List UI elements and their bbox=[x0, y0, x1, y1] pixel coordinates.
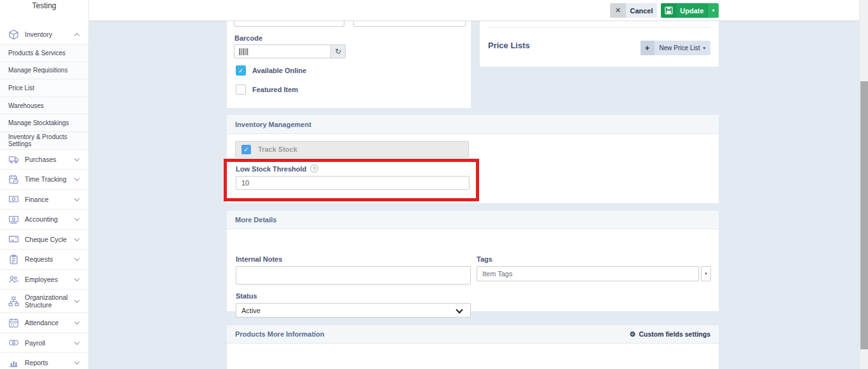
more-details-title: More Details bbox=[235, 216, 276, 224]
price-lists-card: Price Lists + New Price List▾ bbox=[480, 21, 719, 67]
barcode-icon bbox=[239, 48, 248, 55]
status-label: Status bbox=[236, 292, 257, 300]
help-icon[interactable]: ? bbox=[310, 164, 318, 173]
banknote-icon bbox=[8, 194, 19, 205]
save-icon bbox=[661, 3, 677, 18]
featured-item-label: Featured Item bbox=[252, 86, 298, 93]
chevron-down-icon bbox=[456, 306, 463, 313]
new-price-list-button[interactable]: + New Price List▾ bbox=[641, 41, 710, 55]
inventory-management-title: Inventory Management bbox=[235, 121, 311, 128]
chevron-down-icon bbox=[74, 359, 79, 365]
internal-notes-input[interactable] bbox=[236, 266, 471, 285]
barcode-label: Barcode bbox=[234, 34, 262, 42]
chevron-down-icon bbox=[74, 216, 79, 221]
sidebar-item-inventory[interactable]: Inventory bbox=[0, 25, 88, 44]
close-icon: ✕ bbox=[610, 3, 626, 18]
check-icon: ✓ bbox=[238, 67, 243, 74]
available-online-checkbox-row[interactable]: ✓ Available Online bbox=[236, 65, 306, 76]
available-online-checkbox[interactable]: ✓ bbox=[236, 65, 246, 76]
package-icon bbox=[8, 29, 19, 40]
barcode-refresh-button[interactable]: ↻ bbox=[331, 44, 346, 58]
clipboard-icon bbox=[8, 254, 19, 265]
internal-notes-label: Internal Notes bbox=[236, 255, 282, 263]
chevron-down-icon bbox=[74, 156, 79, 161]
org-chart-icon bbox=[8, 296, 19, 307]
chevron-down-icon bbox=[74, 256, 79, 261]
plus-icon: + bbox=[641, 41, 654, 55]
custom-fields-settings-button[interactable]: ⚙ Custom fields settings bbox=[630, 330, 710, 339]
payroll-icon bbox=[8, 337, 19, 348]
sidebar-subitem-inventory-products-settings[interactable]: Inventory & Products Settings bbox=[0, 131, 88, 149]
scrollbar-thumb[interactable] bbox=[860, 81, 868, 349]
calendar-icon bbox=[8, 318, 19, 328]
cash-frame-icon bbox=[8, 214, 19, 225]
tags-dropdown-button[interactable]: ▾ bbox=[701, 266, 711, 281]
status-select[interactable]: Active bbox=[236, 303, 471, 318]
sidebar-item-purchases[interactable]: Purchases bbox=[0, 149, 88, 170]
products-more-information-section: Products More Information ⚙ Custom field… bbox=[227, 325, 719, 369]
scrollbar-track bbox=[859, 0, 868, 369]
custom-fields-settings-label: Custom fields settings bbox=[639, 330, 710, 338]
products-more-information-title: Products More Information bbox=[235, 330, 325, 338]
tags-label: Tags bbox=[477, 255, 492, 263]
low-stock-threshold-label: Low Stock Threshold bbox=[236, 165, 306, 173]
track-stock-checkbox[interactable]: ✓ bbox=[241, 145, 251, 154]
chevron-down-icon bbox=[74, 276, 79, 281]
tags-input[interactable] bbox=[477, 266, 699, 281]
update-label: Update bbox=[677, 3, 707, 18]
cancel-label: Cancel bbox=[626, 3, 657, 18]
sidebar-item-reports[interactable]: Reports bbox=[0, 352, 88, 369]
sidebar-item-finance[interactable]: Finance bbox=[0, 189, 88, 210]
more-details-section: More Details Internal Notes Tags ▾ Statu… bbox=[227, 211, 719, 311]
inventory-management-section: Inventory Management ✓ Track Stock Low S… bbox=[227, 115, 719, 203]
truck-icon bbox=[8, 154, 19, 164]
featured-item-checkbox-row[interactable]: Featured Item bbox=[236, 84, 298, 95]
gear-icon: ⚙ bbox=[630, 330, 636, 339]
chevron-down-icon bbox=[74, 339, 79, 344]
sidebar-item-requests[interactable]: Requests bbox=[0, 249, 88, 269]
low-stock-threshold-input[interactable] bbox=[236, 176, 470, 190]
sidebar-item-employees[interactable]: Employees bbox=[0, 269, 88, 290]
new-price-list-label: New Price List bbox=[660, 44, 700, 51]
available-online-label: Available Online bbox=[252, 67, 306, 74]
sidebar-subitem-price-list[interactable]: Price List bbox=[0, 79, 88, 97]
divider bbox=[488, 27, 710, 28]
people-icon bbox=[8, 274, 19, 285]
sidebar-item-attendance[interactable]: Attendance bbox=[0, 312, 88, 333]
check-icon: ✓ bbox=[243, 146, 248, 153]
status-value: Active bbox=[241, 307, 261, 314]
update-dropdown-caret[interactable]: ▾ bbox=[707, 3, 719, 18]
sidebar-subitem-products-services[interactable]: Products & Services bbox=[0, 44, 88, 62]
sidebar-item-time-tracking[interactable]: Time Tracking bbox=[0, 169, 88, 189]
sidebar-subitem-manage-stocktakings[interactable]: Manage Stocktakings bbox=[0, 114, 88, 131]
sidebar-item-cheque-cycle[interactable]: Cheque Cycle bbox=[0, 229, 88, 250]
sidebar: Testing InventoryProducts & ServicesMana… bbox=[0, 0, 89, 369]
calendar-clock-icon bbox=[8, 174, 19, 185]
basic-info-card: Barcode ↻ ✓ Available Online Featured It… bbox=[227, 21, 471, 108]
sidebar-subitem-manage-requisitions[interactable]: Manage Requisitions bbox=[0, 62, 88, 79]
featured-item-checkbox[interactable] bbox=[236, 84, 246, 95]
cheque-icon bbox=[8, 234, 19, 245]
sidebar-item-organizational-structure[interactable]: Organizational Structure bbox=[0, 289, 88, 312]
update-button[interactable]: Update ▾ bbox=[661, 3, 719, 18]
sidebar-subitem-warehouses[interactable]: Warehouses bbox=[0, 97, 88, 114]
track-stock-row[interactable]: ✓ Track Stock bbox=[235, 141, 469, 158]
org-title: Testing bbox=[0, 0, 88, 21]
caret-down-icon: ▾ bbox=[703, 46, 705, 51]
barcode-input[interactable] bbox=[234, 44, 331, 58]
cancel-button[interactable]: ✕ Cancel bbox=[610, 3, 657, 18]
chevron-down-icon bbox=[74, 196, 79, 201]
track-stock-label: Track Stock bbox=[258, 145, 297, 153]
sidebar-item-accounting[interactable]: Accounting bbox=[0, 209, 88, 229]
chevron-up-icon bbox=[74, 32, 79, 37]
chevron-down-icon bbox=[74, 319, 79, 325]
topbar: ✕ Cancel Update ▾ bbox=[89, 0, 859, 21]
caret-down-icon: ▾ bbox=[705, 271, 707, 276]
sidebar-item-payroll[interactable]: Payroll bbox=[0, 333, 88, 353]
refresh-icon: ↻ bbox=[335, 47, 341, 56]
bar-chart-icon bbox=[8, 358, 19, 368]
price-lists-title: Price Lists bbox=[488, 41, 530, 50]
